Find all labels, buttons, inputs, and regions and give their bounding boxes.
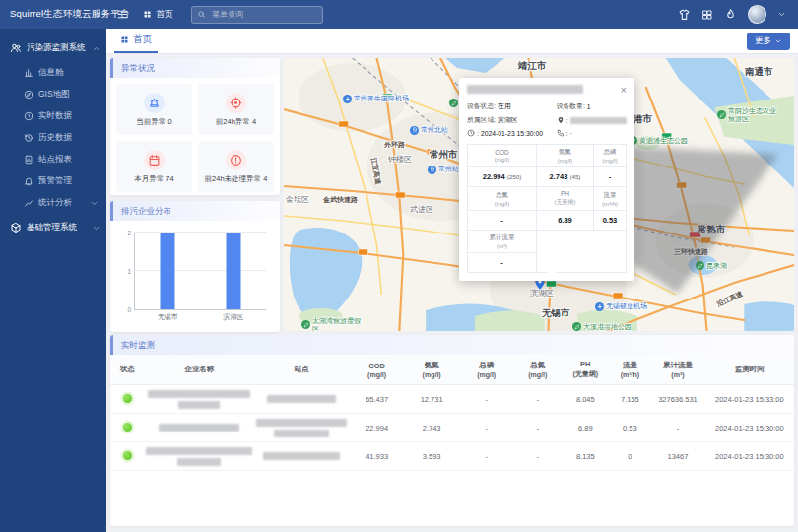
sidebar-item-label: 信息舱 [38, 67, 64, 79]
sidebar-item-label: 历史数据 [38, 132, 72, 144]
table-header: 总磷(mg/l) [459, 355, 514, 385]
cube-icon [10, 222, 22, 233]
metric-header: 累计流量(m³) [468, 231, 537, 253]
phone-icon [557, 129, 565, 137]
report-icon [24, 155, 33, 165]
popup-field: : 2024-01-23 15:30:00 [467, 129, 557, 137]
map[interactable]: 靖江市南通市张家港市常州市常熟市无锡市钟楼区武进区金坛区滨湖区金武快速路外环路三… [284, 58, 794, 331]
metric-value: - [593, 167, 626, 187]
table-header: 状态 [110, 355, 145, 385]
table-row[interactable]: 41.9333.593--8.1350134672024-01-23 15:30… [110, 442, 794, 471]
table-row[interactable]: 65.43712.731--8.0457.155327636.5312024-0… [110, 385, 794, 414]
x-category: 滨湖区 [223, 312, 243, 322]
pin-icon [557, 116, 565, 124]
popup-field: 所属区域: 滨湖区 [467, 115, 557, 125]
sidebar-item-0-1[interactable]: GIS地图 [0, 84, 106, 105]
sidebar-item-0-6[interactable]: 统计分析 [0, 192, 106, 214]
table-header: 站点 [254, 355, 350, 385]
popup-field: 设备数量: 1 [557, 101, 627, 111]
realtime-monitor-panel: 实时监测 状态企业名称站点COD(mg/l)氨氮(mg/l)总磷(mg/l)总氮… [110, 335, 794, 526]
status-online-dot [123, 451, 132, 460]
abnormal-card[interactable]: 当前异常 0 [116, 84, 192, 135]
sidebar-group-0[interactable]: 污染源监测系统 [0, 34, 106, 62]
abnormal-card[interactable]: 本月异常 74 [116, 141, 192, 192]
search-icon [197, 10, 206, 19]
station-popup: × 设备状态: 在用 设备数量: 1 所属区域: 滨湖区 : : 2024-01… [459, 78, 634, 281]
value-cell: 6.89 [562, 414, 610, 442]
value-cell: 2.743 [404, 414, 459, 442]
site-cell [254, 385, 350, 414]
value-cell: - [459, 385, 514, 414]
hamburger-menu-icon[interactable] [116, 8, 129, 21]
layout-icon[interactable] [701, 9, 713, 21]
chevron-down-icon[interactable] [777, 10, 786, 19]
metric-value: 6.89 [536, 211, 593, 231]
sidebar-item-label: 预警管理 [38, 175, 72, 187]
sidebar-item-0-5[interactable]: 预警管理 [0, 170, 106, 192]
value-cell: - [513, 385, 562, 414]
value-cell: 3.593 [404, 442, 459, 471]
alert-icon [226, 150, 246, 170]
metric-value: 2.743 (45) [536, 167, 593, 187]
sidebar-group-1[interactable]: 基础管理系统 [0, 214, 106, 241]
abnormal-card[interactable]: 前24h未处理异常 4 [198, 141, 274, 192]
y-tick: 1 [118, 268, 131, 275]
clock-icon [24, 111, 33, 121]
table-header: 总氮(mg/l) [513, 355, 562, 385]
value-cell: 12.731 [404, 385, 459, 414]
popup-field: : [557, 115, 627, 125]
popup-field-value: 在用 [498, 101, 511, 111]
sidebar-item-0-0[interactable]: 信息舱 [0, 62, 106, 84]
redacted-text [177, 458, 221, 466]
avatar[interactable] [748, 5, 766, 24]
value-cell: 8.045 [562, 385, 610, 414]
status-online-dot [123, 394, 132, 403]
metric-header: PH(无量纲) [536, 187, 593, 211]
close-icon[interactable]: × [621, 85, 627, 96]
app-logo: Squirrel生态环境云服务平台 [0, 8, 110, 21]
sidebar-item-0-3[interactable]: 历史数据 [0, 127, 106, 149]
value-cell: 0.53 [610, 414, 651, 442]
tab-home-icon [120, 35, 129, 44]
value-cell: 327636.531 [650, 385, 705, 414]
metric-header: 总磷(mg/l) [593, 145, 626, 167]
value-cell: 22.994 [350, 414, 405, 442]
calendar-icon [144, 150, 165, 170]
tab-home[interactable]: 首页 [114, 29, 158, 53]
metric-header: COD(mg/l) [468, 145, 537, 167]
abnormal-card[interactable]: 前24h异常 4 [198, 84, 274, 135]
company-name-cell [145, 414, 254, 442]
tab-bar: 首页 更多 [106, 29, 798, 54]
panel-title-chart: 排污企业分布 [110, 201, 280, 221]
sidebar-item-0-2[interactable]: 实时数据 [0, 105, 106, 127]
main-area: 首页 更多 异常状况 当前异常 0 前24h异常 4 本月异常 74 前24h未… [106, 29, 798, 532]
flame-icon[interactable] [724, 8, 737, 21]
sidebar-item-label: 站点报表 [38, 154, 72, 166]
popup-field-value: 滨湖区 [498, 115, 517, 125]
popup-field-value: · [570, 130, 572, 137]
breadcrumb[interactable]: 首页 [143, 8, 173, 21]
menu-search[interactable] [191, 6, 323, 24]
abnormal-card-label: 当前异常 0 [136, 117, 171, 127]
sidebar-item-0-4[interactable]: 站点报表 [0, 149, 106, 170]
company-name-cell [145, 442, 254, 471]
x-category: 无锡市 [158, 312, 178, 322]
status-online-dot [123, 423, 132, 432]
table-row[interactable]: 22.9942.743--6.890.53-2024-01-23 15:30:0… [110, 414, 794, 442]
search-input[interactable] [210, 9, 317, 20]
redacted-text [263, 452, 340, 460]
value-cell: 2024-01-23 15:30:00 [705, 414, 794, 442]
sidebar-item-label: GIS地图 [38, 89, 70, 100]
value-cell: 65.437 [350, 385, 405, 414]
metric-header: 总氮(mg/l) [468, 187, 537, 211]
table-header: PH(无量纲) [562, 355, 610, 385]
abnormal-card-label: 前24h异常 4 [216, 117, 256, 127]
metric-header: 流量(m³/h) [593, 187, 626, 211]
redacted-text [267, 395, 336, 403]
realtime-table: 状态企业名称站点COD(mg/l)氨氮(mg/l)总磷(mg/l)总氮(mg/l… [110, 355, 794, 471]
theme-icon[interactable] [678, 8, 691, 21]
value-cell: 2024-01-23 15:33:00 [705, 385, 794, 414]
more-button[interactable]: 更多 [747, 33, 790, 50]
value-cell: - [513, 414, 562, 442]
y-tick: 0 [118, 306, 131, 313]
